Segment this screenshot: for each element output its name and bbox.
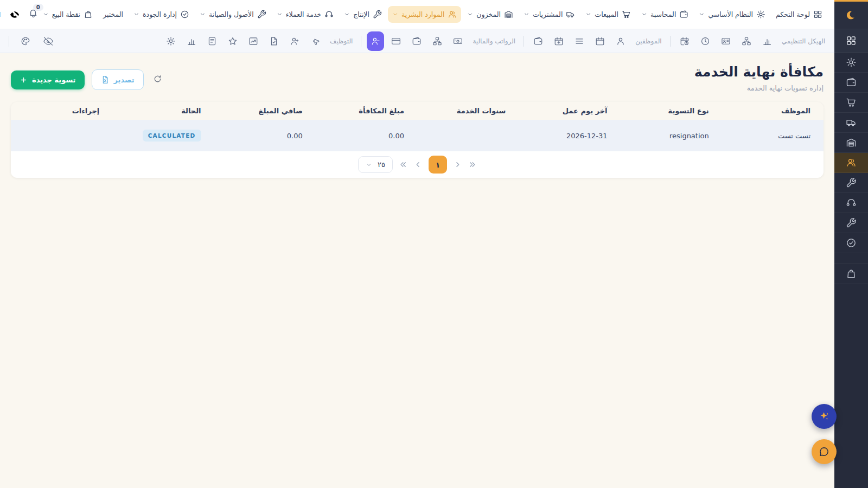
toolbar-button-id-card[interactable] xyxy=(717,33,735,50)
notifications-bell[interactable]: 0 xyxy=(28,8,39,21)
toolbar-button-org-tree[interactable] xyxy=(738,33,755,50)
current-page-button[interactable]: ١ xyxy=(429,156,447,174)
toolbar-button-calendar-clock[interactable] xyxy=(676,33,693,50)
app-logo[interactable] xyxy=(834,0,868,29)
view-action[interactable] xyxy=(69,131,78,140)
nav-item-1[interactable]: النظام الأساسي xyxy=(694,6,770,23)
chevron-down-icon xyxy=(699,11,705,17)
sidebar-module-warehouse[interactable] xyxy=(834,133,868,153)
export-button[interactable]: تصدير xyxy=(92,69,144,90)
nav-item-label: الأصول والصيانة xyxy=(209,10,254,18)
last-page-button[interactable] xyxy=(468,160,476,169)
main-column: لوحة التحكمالنظام الأساسيالمحاسبةالمبيعا… xyxy=(0,0,834,488)
chevron-down-icon xyxy=(524,11,529,17)
toolbar-divider xyxy=(361,36,361,47)
toolbar-button-calendar-plus[interactable] xyxy=(550,33,567,50)
first-page-button[interactable] xyxy=(399,160,407,169)
toolbar-button-wallet[interactable] xyxy=(408,33,425,50)
column-header: سنوات الخدمة xyxy=(417,102,519,120)
page-size-select[interactable]: ٢٥ xyxy=(358,156,393,173)
nav-item-2[interactable]: المحاسبة xyxy=(637,6,693,23)
nav-item-9[interactable]: الأصول والصيانة xyxy=(195,6,271,23)
sidebar-module-wrench[interactable] xyxy=(834,173,868,193)
sidebar-module-cart[interactable] xyxy=(834,93,868,113)
toolbar-button-credit-card[interactable] xyxy=(387,33,405,50)
ai-assistant-fab[interactable] xyxy=(812,404,837,429)
nav-item-7[interactable]: الإنتاج xyxy=(340,6,386,23)
table-cell: 0.00 xyxy=(214,120,316,151)
wallet-icon xyxy=(679,10,688,19)
toolbar-button-money[interactable] xyxy=(449,33,467,50)
nav-item-12[interactable]: نقطة البيع xyxy=(39,6,97,23)
chevron-down-icon xyxy=(344,11,350,17)
table-cell: 0.00 xyxy=(316,120,417,151)
previous-page-button[interactable] xyxy=(414,160,422,169)
chevron-down-icon xyxy=(133,11,139,17)
edit-action[interactable] xyxy=(48,131,57,140)
chat-bubble-icon xyxy=(818,446,830,458)
toolbar-divider xyxy=(9,36,9,47)
nav-item-10[interactable]: إدارة الجودة xyxy=(129,6,194,23)
toolbar-button-chart-bar[interactable] xyxy=(758,33,776,50)
toolbar-button-person[interactable] xyxy=(612,33,629,50)
toolbar-button-org-tree[interactable] xyxy=(429,33,446,50)
nav-item-6[interactable]: الموارد البشرية xyxy=(388,6,461,23)
actions-cell xyxy=(11,120,112,151)
toolbar-button-star[interactable] xyxy=(224,33,241,50)
toolbar-button-doc-check[interactable] xyxy=(265,33,283,50)
new-settlement-button[interactable]: تسوية جديدة xyxy=(11,70,85,89)
nav-item-3[interactable]: المبيعات xyxy=(581,6,635,23)
column-header: آخر يوم عمل xyxy=(519,102,620,120)
toolbar-button-book[interactable] xyxy=(203,33,221,50)
sidebar-module-bag[interactable] xyxy=(834,264,868,284)
toolbar-button-eye-off[interactable] xyxy=(40,33,57,50)
top-navbar: لوحة التحكمالنظام الأساسيالمحاسبةالمبيعا… xyxy=(0,0,834,29)
toolbar-button-list[interactable] xyxy=(571,33,588,50)
sidebar-module-people[interactable] xyxy=(834,153,868,173)
toolbar-button-person-minus[interactable] xyxy=(367,31,384,51)
eye-off-icon[interactable] xyxy=(10,10,20,20)
language-toggle[interactable]: EN xyxy=(0,11,1,18)
toolbar-button-trend-up[interactable] xyxy=(245,33,262,50)
module-toolbar: الهيكل التنظيميالموظفينالرواتب والماليةا… xyxy=(0,29,834,53)
nav-item-8[interactable]: خدمة العملاء xyxy=(272,6,339,23)
toolbar-button-wallet[interactable] xyxy=(529,33,547,50)
toolbar-button-palette[interactable] xyxy=(17,33,34,50)
chat-fab[interactable] xyxy=(812,439,837,464)
check-badge-icon xyxy=(180,10,189,19)
nav-item-11[interactable]: المختبر xyxy=(99,7,127,22)
toolbar-button-gear[interactable] xyxy=(162,33,180,50)
notification-badge: 0 xyxy=(33,4,43,11)
status-cell: CALCULATED xyxy=(112,120,214,151)
toolbar-button-person-plus[interactable] xyxy=(286,33,303,50)
sidebar-spacer xyxy=(834,253,868,264)
nav-item-5[interactable]: المخزون xyxy=(463,6,518,23)
toolbar-button-calendar[interactable] xyxy=(591,33,609,50)
refresh-button[interactable] xyxy=(151,72,164,87)
sidebar-module-truck[interactable] xyxy=(834,113,868,133)
table-cell: 2026-12-31 xyxy=(519,120,620,151)
approve-action[interactable] xyxy=(90,131,99,140)
headset-icon xyxy=(324,10,334,19)
sidebar-module-check-badge[interactable] xyxy=(834,233,868,253)
toolbar-button-megaphone[interactable] xyxy=(307,33,324,50)
table-row[interactable]: تست تستresignation2026-12-310.000.00CALC… xyxy=(11,120,824,151)
next-page-button[interactable] xyxy=(454,160,462,169)
nav-item-label: الموارد البشرية xyxy=(401,10,444,18)
nav-item-label: المحاسبة xyxy=(650,10,676,18)
sidebar-module-headset[interactable] xyxy=(834,193,868,213)
toolbar-button-clock[interactable] xyxy=(697,33,714,50)
nav-item-4[interactable]: المشتريات xyxy=(519,6,579,23)
sidebar-module-wallet[interactable] xyxy=(834,73,868,93)
sidebar-module-grid[interactable] xyxy=(834,29,868,53)
cart-icon xyxy=(622,10,631,19)
nav-item-0[interactable]: لوحة التحكم xyxy=(771,6,827,23)
nav-item-label: لوحة التحكم xyxy=(776,10,810,18)
nav-item-label: المشتريات xyxy=(533,10,563,18)
toolbar-button-chart-bar[interactable] xyxy=(183,33,200,50)
sidebar-module-gear[interactable] xyxy=(834,53,868,73)
module-sidebar xyxy=(834,0,868,488)
sidebar-module-wrench[interactable] xyxy=(834,213,868,233)
toolbar-left-utilities xyxy=(7,33,57,50)
column-header: مبلغ المكافأة xyxy=(316,102,417,120)
